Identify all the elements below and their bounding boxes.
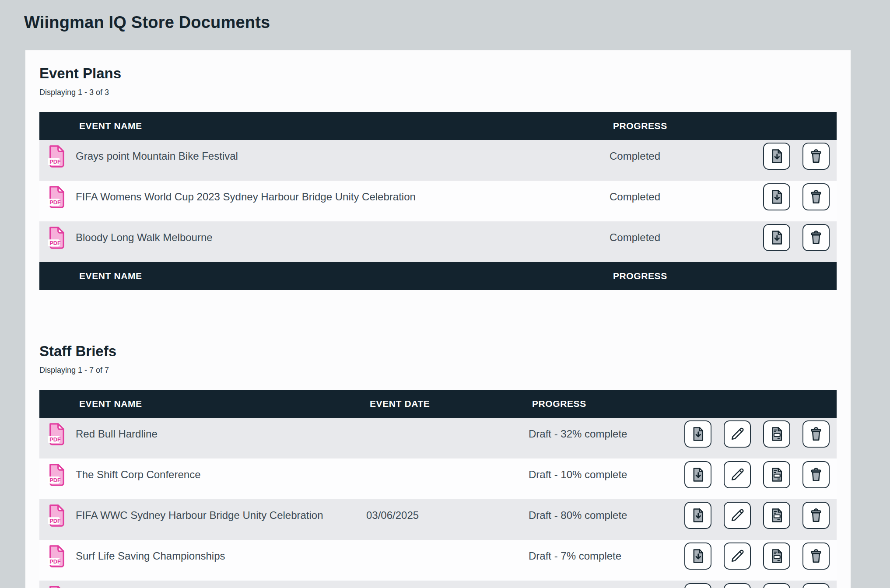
delete-button[interactable] xyxy=(802,224,830,251)
download-button[interactable] xyxy=(684,420,711,448)
report-button[interactable] xyxy=(763,583,790,588)
delete-button[interactable] xyxy=(802,183,830,210)
event-plans-table: EVENT NAMEPROGRESS PDF Grays point Mount… xyxy=(39,112,837,290)
pdf-file-icon: PDF xyxy=(47,423,65,446)
document-icon xyxy=(768,466,785,483)
table-footer-header-row: EVENT NAMEPROGRESS xyxy=(39,262,837,290)
event-name: Hardline xyxy=(76,583,366,588)
row-actions xyxy=(681,542,837,570)
progress-status: Completed xyxy=(610,183,762,211)
svg-text:PDF: PDF xyxy=(49,558,61,565)
page-title: Wiingman IQ Store Documents xyxy=(0,0,890,50)
pencil-icon xyxy=(729,426,746,442)
download-button[interactable] xyxy=(763,143,790,170)
delete-button[interactable] xyxy=(802,583,830,588)
pdf-file-icon: PDF xyxy=(47,226,65,249)
progress-status: Completed xyxy=(610,142,762,170)
progress-status: Draft - 8% complete xyxy=(529,583,681,588)
event-plans-section: Event Plans Displaying 1 - 3 of 3 EVENT … xyxy=(39,65,837,290)
event-plans-count: Displaying 1 - 3 of 3 xyxy=(39,88,837,97)
row-actions xyxy=(681,420,837,448)
event-date xyxy=(366,420,529,448)
table-header-row: EVENT NAMEPROGRESS xyxy=(39,112,837,140)
report-button[interactable] xyxy=(763,542,790,570)
column-header-event-date: EVENT DATE xyxy=(366,399,529,409)
report-button[interactable] xyxy=(763,420,790,448)
report-button[interactable] xyxy=(763,502,790,529)
event-name: Grays point Mountain Bike Festival xyxy=(76,142,610,170)
event-date xyxy=(366,542,529,570)
table-row: PDF Red Bull HardlineDraft - 32% complet… xyxy=(39,418,837,458)
delete-button[interactable] xyxy=(802,420,830,448)
column-header-progress: PROGRESS xyxy=(529,399,681,409)
download-button[interactable] xyxy=(684,461,711,488)
document-icon xyxy=(768,426,785,442)
download-button[interactable] xyxy=(684,542,711,570)
download-icon xyxy=(690,507,706,524)
trash-icon xyxy=(808,189,824,205)
pencil-icon xyxy=(729,548,746,564)
event-name: FIFA WWC Sydney Harbour Bridge Unity Cel… xyxy=(76,501,366,529)
download-button[interactable] xyxy=(684,502,711,529)
progress-status: Completed xyxy=(610,224,762,252)
edit-button[interactable] xyxy=(724,542,751,570)
file-type-cell: PDF xyxy=(39,183,76,211)
event-name: FIFA Womens World Cup 2023 Sydney Harbou… xyxy=(76,183,610,211)
edit-button[interactable] xyxy=(724,502,751,529)
event-date xyxy=(366,461,529,489)
file-type-cell: PDF xyxy=(39,420,76,448)
delete-button[interactable] xyxy=(802,461,830,488)
table-row: PDF The Shift Corp ConferenceDraft - 10%… xyxy=(39,458,837,499)
row-actions xyxy=(681,461,837,489)
download-icon xyxy=(690,426,706,442)
svg-text:PDF: PDF xyxy=(49,518,61,524)
download-icon xyxy=(690,466,706,483)
trash-icon xyxy=(808,548,824,564)
trash-icon xyxy=(808,148,824,164)
delete-button[interactable] xyxy=(802,143,830,170)
row-actions xyxy=(762,224,837,252)
table-header-row: EVENT NAMEEVENT DATEPROGRESS xyxy=(39,390,837,418)
pdf-file-icon: PDF xyxy=(47,463,65,486)
document-icon xyxy=(768,548,785,564)
file-type-cell: PDF xyxy=(39,583,76,588)
pdf-file-icon: PDF xyxy=(47,585,65,588)
table-row: PDF Grays point Mountain Bike FestivalCo… xyxy=(39,140,837,181)
delete-button[interactable] xyxy=(802,502,830,529)
edit-button[interactable] xyxy=(724,420,751,448)
column-header-event-name: EVENT NAME xyxy=(76,121,610,131)
pdf-file-icon: PDF xyxy=(47,145,65,168)
event-name: The Shift Corp Conference xyxy=(76,461,366,489)
download-button[interactable] xyxy=(763,183,790,210)
download-icon xyxy=(768,148,785,164)
edit-button[interactable] xyxy=(724,461,751,488)
file-type-cell: PDF xyxy=(39,542,76,570)
trash-icon xyxy=(808,229,824,246)
edit-button[interactable] xyxy=(724,583,751,588)
staff-briefs-count: Displaying 1 - 7 of 7 xyxy=(39,365,837,375)
download-icon xyxy=(768,229,785,246)
pdf-file-icon: PDF xyxy=(47,504,65,527)
progress-status: Draft - 80% complete xyxy=(529,501,681,529)
column-header-progress: PROGRESS xyxy=(610,121,762,131)
event-date: 01/04/2025 xyxy=(366,583,529,588)
report-button[interactable] xyxy=(763,461,790,488)
pencil-icon xyxy=(729,507,746,524)
file-type-cell: PDF xyxy=(39,461,76,489)
download-button[interactable] xyxy=(684,583,711,588)
download-button[interactable] xyxy=(763,224,790,251)
svg-text:PDF: PDF xyxy=(49,158,61,165)
table-row: PDF FIFA Womens World Cup 2023 Sydney Ha… xyxy=(39,181,837,221)
staff-briefs-heading: Staff Briefs xyxy=(39,343,837,360)
content-card: Event Plans Displaying 1 - 3 of 3 EVENT … xyxy=(25,50,851,588)
event-date: 03/06/2025 xyxy=(366,501,529,529)
file-type-cell: PDF xyxy=(39,501,76,529)
document-icon xyxy=(768,507,785,524)
download-icon xyxy=(768,189,785,205)
delete-button[interactable] xyxy=(802,542,830,570)
trash-icon xyxy=(808,466,824,483)
progress-status: Draft - 7% complete xyxy=(529,542,681,570)
trash-icon xyxy=(808,426,824,442)
row-actions xyxy=(681,501,837,529)
progress-status: Draft - 32% complete xyxy=(529,420,681,448)
